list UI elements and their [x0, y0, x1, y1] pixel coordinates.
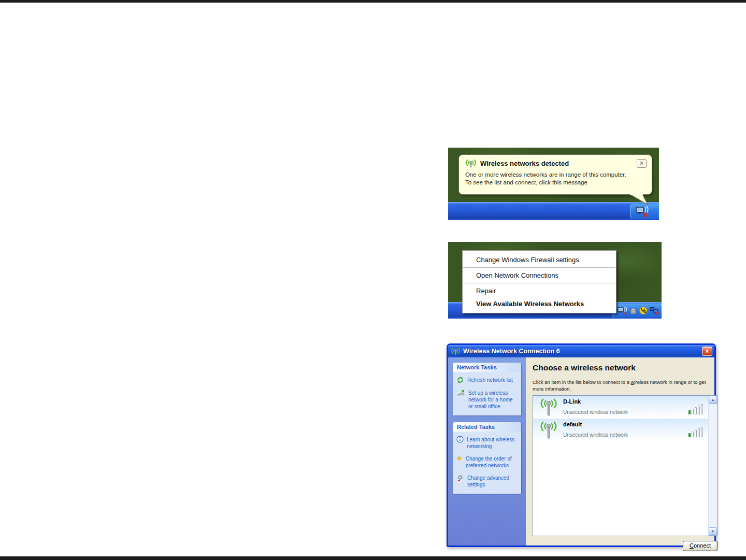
wireless-antenna-icon	[539, 420, 558, 440]
scroll-down-icon[interactable]: ▼	[709, 527, 717, 536]
page-title: Choose a wireless network	[533, 363, 718, 372]
window-titlebar[interactable]: Wireless Network Connection 6 ×	[448, 345, 714, 357]
wireless-network-error-tray-icon[interactable]	[636, 206, 649, 217]
list-scrollbar[interactable]: ▲ ▼	[708, 396, 717, 536]
window-close-icon[interactable]: ×	[702, 347, 712, 356]
menu-item-view-available-wireless-networks[interactable]: View Available Wireless Networks	[463, 297, 616, 310]
signal-strength-indicator	[688, 404, 703, 414]
system-tray	[612, 304, 662, 318]
instruction-text: Click an item in the list below to conne…	[533, 379, 715, 393]
system-tray	[630, 204, 659, 219]
main-panel: Choose a wireless network Click an item …	[526, 357, 723, 545]
tray-context-menu: Change Windows Firewall settings Open Ne…	[462, 250, 616, 313]
network-security-label: Unsecured wireless network	[563, 432, 628, 438]
task-refresh-network-list[interactable]: Refresh network list	[456, 377, 518, 384]
wireless-network-connection-window: Wireless Network Connection 6 × Network …	[447, 343, 716, 547]
balloon-tail	[627, 194, 652, 206]
window-title: Wireless Network Connection 6	[463, 348, 560, 355]
network-tasks-panel: Network Tasks Refresh network list Set u…	[453, 363, 521, 415]
info-icon	[456, 436, 464, 443]
wireless-signal-icon	[451, 348, 461, 355]
menu-separator	[463, 267, 615, 268]
refresh-icon	[456, 376, 464, 384]
gear-icon	[456, 474, 464, 482]
menu-item-repair[interactable]: Repair	[463, 284, 616, 297]
lan-error-tray-icon[interactable]	[650, 306, 658, 315]
menu-separator	[463, 283, 615, 283]
task-change-preferred-order[interactable]: ★ Change the order of preferred networks	[456, 455, 518, 469]
network-security-label: Unsecured wireless network	[563, 409, 628, 415]
document-page: Wireless networks detected × One or more…	[0, 0, 746, 560]
menu-item-open-network-connections[interactable]: Open Network Connections	[463, 269, 616, 282]
wireless-network-error-tray-icon[interactable]	[618, 306, 627, 315]
screenshot-tray-context-menu: Change Windows Firewall settings Open Ne…	[448, 242, 662, 319]
menu-item-change-firewall[interactable]: Change Windows Firewall settings	[463, 253, 616, 266]
task-change-advanced-settings[interactable]: Change advanced settings	[456, 475, 518, 488]
task-pane-sidebar: Network Tasks Refresh network list Set u…	[448, 357, 526, 545]
page-top-border	[0, 0, 746, 3]
wireless-antenna-icon	[539, 397, 558, 417]
page-bottom-border	[0, 556, 746, 560]
network-name: D-Link	[563, 398, 581, 405]
network-name: default	[563, 421, 582, 427]
signal-strength-indicator	[688, 427, 703, 437]
wireless-detected-balloon[interactable]: Wireless networks detected × One or more…	[458, 154, 652, 195]
network-diagnostic-tray-icon[interactable]	[639, 306, 648, 315]
network-row-default[interactable]: default Unsecured wireless network	[533, 419, 708, 441]
home-tray-icon[interactable]	[629, 307, 637, 314]
balloon-title: Wireless networks detected	[480, 160, 569, 167]
balloon-message: One or more wireless networks are in ran…	[465, 171, 647, 186]
related-tasks-panel: Related Tasks Learn about wireless netwo…	[453, 422, 521, 494]
connect-button[interactable]: Connect	[683, 541, 718, 551]
screenshot-wireless-detected: Wireless networks detected × One or more…	[448, 148, 659, 220]
scroll-up-icon[interactable]: ▲	[709, 396, 717, 404]
network-row-dlink[interactable]: D-Link Unsecured wireless network	[533, 396, 708, 419]
star-icon: ★	[456, 455, 463, 462]
task-learn-about-wireless[interactable]: Learn about wireless networking	[456, 436, 518, 450]
close-icon[interactable]: ×	[637, 159, 647, 168]
task-setup-wireless-network[interactable]: Set up a wireless network for a home or …	[456, 390, 518, 410]
wireless-setup-icon	[456, 389, 465, 396]
wireless-signal-icon	[465, 159, 477, 168]
panel-header-network-tasks[interactable]: Network Tasks	[453, 363, 521, 372]
panel-header-related-tasks[interactable]: Related Tasks	[453, 422, 521, 432]
wireless-network-list: D-Link Unsecured wireless network defaul…	[533, 395, 718, 536]
